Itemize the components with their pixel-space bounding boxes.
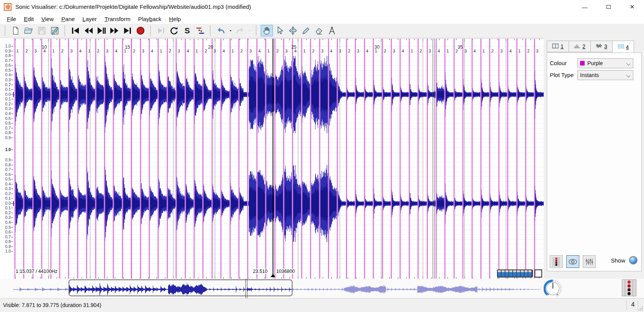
close-button[interactable]: ✕: [620, 0, 644, 14]
beat-number: 1: [339, 49, 341, 53]
axis-tick-label: 0.3: [5, 106, 11, 111]
beat-line: [239, 39, 239, 279]
record-button[interactable]: [134, 25, 147, 36]
axis-tick-label: 0.7: [5, 235, 11, 239]
show-led-toggle[interactable]: [629, 256, 637, 264]
toolbar-group-handle[interactable]: [256, 26, 258, 36]
amplitude-axis: 1.00.90.80.70.60.50.40.30.20.10.00.10.20…: [0, 38, 13, 279]
beat-number: 3: [142, 49, 144, 53]
menu-view[interactable]: View: [38, 15, 57, 23]
divider: [626, 301, 627, 310]
measure-button[interactable]: [326, 25, 338, 36]
pane-tab-1[interactable]: 1: [547, 41, 569, 52]
menu-playback[interactable]: Playback: [134, 15, 165, 23]
axis-tick-label: 0.3: [5, 186, 11, 191]
beat-line: [525, 39, 526, 279]
align-button[interactable]: [194, 25, 206, 36]
beat-line: [337, 39, 338, 279]
playback-speed-knob[interactable]: [544, 279, 562, 298]
edit-cursor-handle[interactable]: [271, 274, 275, 277]
colour-dropdown[interactable]: Purple: [577, 58, 633, 68]
undo-button[interactable]: [215, 25, 227, 36]
beat-line: [463, 39, 463, 279]
menu-transform[interactable]: Transform: [101, 15, 134, 23]
minimize-button[interactable]: —: [573, 0, 597, 14]
pane-tab-3[interactable]: 3: [590, 41, 612, 52]
beat-line: [131, 39, 132, 279]
overview-panner: [0, 279, 644, 298]
beat-number: 1: [303, 49, 306, 53]
axis-tick-label: 0.7: [5, 126, 11, 130]
visibility-eye-button[interactable]: [566, 255, 579, 268]
edit-cursor-line[interactable]: [273, 39, 273, 277]
beat-line: [158, 39, 159, 279]
beat-number: 2: [420, 49, 422, 53]
menu-layer[interactable]: Layer: [78, 15, 101, 23]
menu-help[interactable]: Help: [165, 15, 185, 23]
beat-number: 1: [160, 49, 162, 53]
beat-line: [445, 39, 445, 279]
play-pause-button[interactable]: [95, 25, 108, 36]
beat-number: 2: [61, 49, 64, 53]
axis-tick-label: 0.2: [5, 210, 11, 215]
plot-type-value: Instants: [580, 72, 599, 78]
axis-tick-label: 0.5: [5, 177, 11, 181]
beat-line: [517, 39, 517, 279]
edit-tool-button[interactable]: [300, 25, 312, 36]
beat-number: 1: [518, 49, 521, 53]
navigate-button[interactable]: [261, 25, 273, 36]
save-as-button[interactable]: [49, 25, 61, 36]
solo-button[interactable]: S: [181, 25, 193, 36]
beat-line: [292, 39, 293, 279]
rewind-button[interactable]: [82, 25, 95, 36]
select-button[interactable]: [274, 25, 286, 36]
menu-pane[interactable]: Pane: [57, 15, 78, 23]
maximize-button[interactable]: [597, 0, 620, 14]
beat-line: [149, 39, 150, 279]
beat-line: [77, 39, 78, 279]
plot-type-dropdown[interactable]: Instants: [577, 70, 633, 80]
properties-panel: 1234 Colour Purple Plot Type Instants Sh…: [544, 38, 644, 279]
svg-text:S: S: [185, 26, 190, 35]
rewind-to-start-button[interactable]: [69, 25, 82, 36]
loop-button[interactable]: [168, 25, 180, 36]
playback-marker-line: [434, 39, 435, 279]
toolbar-group-handle[interactable]: [5, 26, 7, 36]
fast-forward-to-end-button[interactable]: [121, 25, 134, 36]
pane-tab-4[interactable]: 4: [612, 41, 634, 53]
dormant-dots-button[interactable]: [550, 255, 563, 268]
beat-line: [364, 39, 365, 279]
playback-marker-line: [433, 39, 433, 279]
sliders-button[interactable]: [583, 255, 596, 268]
open-button[interactable]: [23, 25, 35, 36]
beat-line: [95, 39, 96, 279]
beat-line: [15, 39, 15, 279]
show-label: Show: [611, 257, 625, 264]
zoom-reset-button[interactable]: [534, 269, 542, 278]
waveform-pane[interactable]: 23.510 1036800 1:15.037 / 44100Hz 123412…: [13, 38, 544, 279]
menu-file[interactable]: File: [3, 15, 20, 23]
menu-edit[interactable]: Edit: [20, 15, 38, 23]
beat-number: 2: [240, 49, 243, 53]
move-button[interactable]: [287, 25, 299, 36]
toolbar-group-handle[interactable]: [150, 26, 152, 36]
time-ruler-label: 25: [281, 44, 296, 50]
erase-button[interactable]: [313, 25, 325, 36]
bars-icon: [574, 43, 580, 50]
beat-line: [230, 39, 230, 279]
playback-level-button[interactable]: [622, 279, 636, 296]
plot-type-label: Plot Type: [550, 72, 574, 78]
toolbar-group-handle[interactable]: [64, 26, 67, 36]
resize-grip[interactable]: [638, 306, 643, 311]
fast-forward-button[interactable]: [108, 25, 121, 36]
axis-tick-label: 0.8: [5, 130, 11, 135]
toolbar-group-handle[interactable]: [210, 26, 212, 36]
horizontal-zoom-thumbwheel[interactable]: [497, 269, 533, 278]
axis-tick-label: 0.4: [5, 111, 11, 116]
undo-menu-arrow[interactable]: [228, 25, 233, 36]
waveform-canvas[interactable]: [13, 39, 544, 279]
visible-region-rect[interactable]: [69, 279, 293, 296]
beat-line: [113, 39, 114, 279]
pane-tab-2[interactable]: 2: [569, 41, 590, 52]
new-session-button[interactable]: [10, 25, 22, 36]
